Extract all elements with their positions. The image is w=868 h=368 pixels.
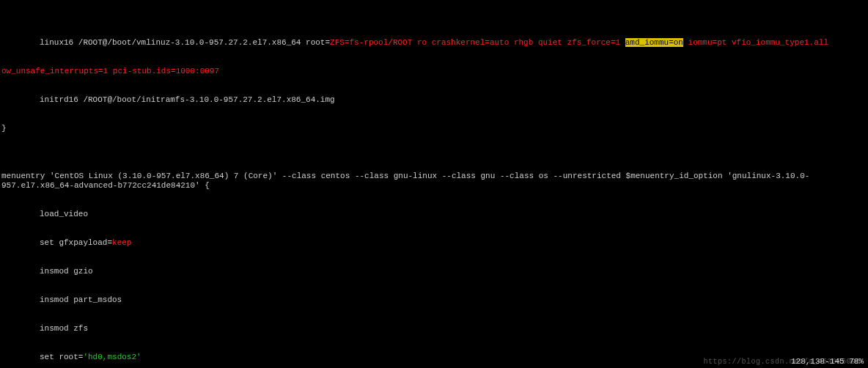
kernel-line-wrap: ow_unsafe_interrupts=1 pci-stub.ids=1000…	[1, 67, 867, 76]
vi-status-line: 128,138-145 78%	[791, 357, 864, 367]
cfg-line: insmod zfs	[1, 324, 867, 334]
cfg-line: set gfxpayload=keep	[1, 238, 867, 248]
brace-close: }	[1, 124, 867, 133]
amd-iommu-highlight: amd_iommu=on	[625, 38, 683, 47]
kernel-line: linux16 /ROOT@/boot/vmlinuz-3.10.0-957.2…	[1, 38, 867, 48]
cfg-line: insmod part_msdos	[1, 295, 867, 305]
cfg-line: load_video	[1, 210, 867, 219]
menuentry-header: menuentry 'CentOS Linux (3.10.0-957.el7.…	[1, 172, 867, 191]
initrd-line: initrd16 /ROOT@/boot/initramfs-3.10.0-95…	[1, 95, 867, 105]
cfg-line: insmod gzio	[1, 267, 867, 276]
terminal-output[interactable]: linux16 /ROOT@/boot/vmlinuz-3.10.0-957.2…	[0, 0, 868, 368]
cfg-line: set root='hd0,msdos2'	[1, 353, 867, 362]
